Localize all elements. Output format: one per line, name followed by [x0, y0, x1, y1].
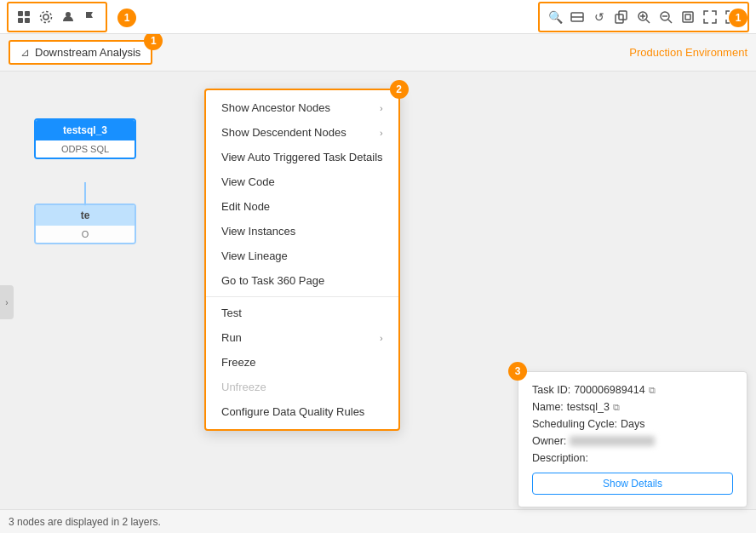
- flag-icon[interactable]: [80, 7, 100, 27]
- filter-icon: ⊿: [20, 46, 30, 59]
- menu-divider-1: [206, 296, 398, 297]
- arrow-icon: ›: [380, 333, 383, 343]
- name-label: Name:: [532, 401, 564, 413]
- arrow-icon: ›: [380, 103, 383, 113]
- menu-unfreeze: Unfreeze: [206, 375, 398, 399]
- canvas-area: › testsql_3 ODPS SQL te O 2 Show Ancesto…: [0, 72, 756, 533]
- description-label: Description:: [532, 452, 588, 464]
- scheduling-value: Days: [621, 418, 644, 430]
- info-scheduling-row: Scheduling Cycle: Days: [532, 418, 733, 430]
- owner-value-blurred: [570, 436, 655, 446]
- menu-show-descendent-nodes[interactable]: Show Descendent Nodes ›: [206, 120, 398, 145]
- menu-test[interactable]: Test: [206, 301, 398, 325]
- owner-label: Owner:: [532, 435, 566, 447]
- downstream-btn-label: Downstream Analysis: [35, 46, 140, 59]
- badge-2-context: 2: [390, 80, 409, 99]
- menu-go-to-task360[interactable]: Go to Task 360 Page: [206, 268, 398, 293]
- info-owner-row: Owner:: [532, 435, 733, 447]
- toolbar-left-group: [7, 2, 107, 32]
- show-details-button[interactable]: Show Details: [532, 473, 733, 495]
- menu-show-ancestor-nodes[interactable]: Show Ancestor Nodes ›: [206, 95, 398, 120]
- svg-line-16: [668, 20, 672, 23]
- svg-point-5: [41, 11, 52, 22]
- scheduling-label: Scheduling Cycle:: [532, 418, 617, 430]
- menu-freeze[interactable]: Freeze: [206, 350, 398, 375]
- node-connector: [84, 182, 86, 206]
- node-testsql3[interactable]: testsql_3 ODPS SQL: [34, 118, 136, 159]
- top-toolbar: 1 🔍 ↺: [0, 0, 756, 34]
- user-icon[interactable]: [58, 7, 78, 27]
- status-text: 3 nodes are displayed in 2 layers.: [9, 516, 161, 528]
- info-task-id-row: Task ID: 700006989414 ⧉: [532, 384, 733, 396]
- toolbar-right-group: 🔍 ↺: [538, 2, 749, 32]
- name-value: testsql_3: [567, 401, 610, 413]
- status-bar: 3 nodes are displayed in 2 layers.: [0, 509, 756, 533]
- node2-subtype: O: [36, 226, 135, 243]
- fit-icon[interactable]: [678, 7, 698, 27]
- menu-view-code[interactable]: View Code: [206, 169, 398, 194]
- svg-rect-3: [25, 18, 30, 23]
- svg-rect-0: [18, 11, 23, 16]
- second-toolbar: ⊿ Downstream Analysis 1 Production Envir…: [0, 34, 756, 72]
- badge-1-toolbar: 1: [117, 9, 136, 27]
- zoom-in-icon[interactable]: [633, 7, 654, 27]
- menu-view-instances[interactable]: View Instances: [206, 219, 398, 244]
- node-partial[interactable]: te O: [34, 203, 136, 244]
- node-header: testsql_3: [36, 120, 135, 140]
- settings-icon[interactable]: [36, 7, 56, 27]
- copy-link-icon[interactable]: [611, 7, 632, 27]
- info-panel: 3 Task ID: 700006989414 ⧉ Name: testsql_…: [518, 371, 747, 507]
- menu-edit-node[interactable]: Edit Node: [206, 194, 398, 219]
- zoom-out-icon[interactable]: [656, 7, 676, 27]
- svg-rect-2: [18, 18, 23, 23]
- badge-3-info: 3: [508, 362, 527, 381]
- node2-header: te: [36, 205, 135, 226]
- svg-rect-18: [683, 12, 693, 22]
- badge-1-second-toolbar: 1: [144, 32, 163, 50]
- node-subtype: ODPS SQL: [36, 140, 135, 158]
- arrow-icon: ›: [380, 128, 383, 138]
- copy-name-icon[interactable]: ⧉: [613, 402, 620, 413]
- info-description-row: Description:: [532, 452, 733, 464]
- menu-configure-dq[interactable]: Configure Data Quality Rules: [206, 399, 398, 424]
- menu-view-lineage[interactable]: View Lineage: [206, 244, 398, 268]
- menu-view-auto-triggered[interactable]: View Auto Triggered Task Details: [206, 145, 398, 169]
- task-id-value: 700006989414: [574, 384, 644, 396]
- copy-task-id-icon[interactable]: ⧉: [649, 385, 656, 396]
- collapse-tab[interactable]: ›: [0, 285, 14, 319]
- grid-icon[interactable]: [14, 7, 34, 27]
- badge-1-toolbar-right: 1: [729, 9, 747, 27]
- expand-icon[interactable]: [700, 7, 720, 27]
- search-icon[interactable]: 🔍: [545, 7, 565, 27]
- menu-run[interactable]: Run ›: [206, 325, 398, 350]
- svg-rect-1: [25, 11, 30, 16]
- svg-point-4: [43, 14, 49, 20]
- refresh-icon[interactable]: ↺: [589, 7, 610, 27]
- production-env-label: Production Environment: [629, 46, 747, 59]
- task-id-label: Task ID:: [532, 384, 570, 396]
- context-menu: 2 Show Ancestor Nodes › Show Descendent …: [204, 89, 400, 431]
- svg-rect-19: [685, 14, 690, 20]
- svg-line-12: [646, 20, 650, 23]
- map-icon[interactable]: [567, 7, 587, 27]
- downstream-analysis-button[interactable]: ⊿ Downstream Analysis: [9, 40, 152, 65]
- info-name-row: Name: testsql_3 ⧉: [532, 401, 733, 413]
